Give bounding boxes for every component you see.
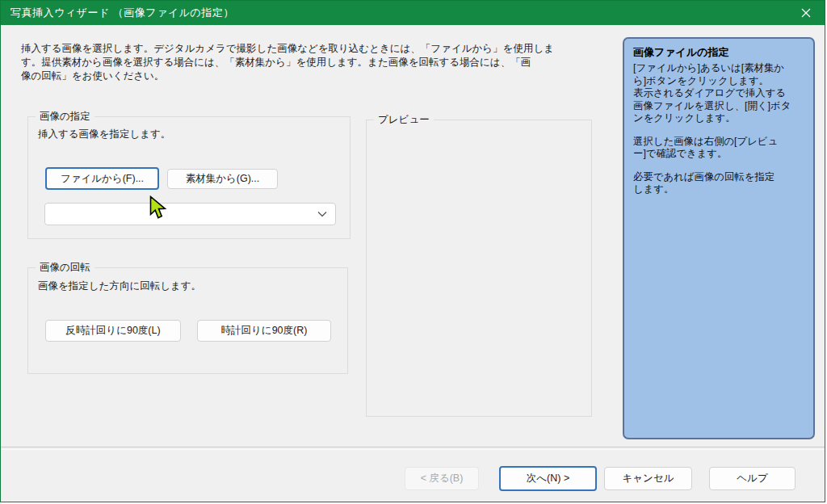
chevron-down-icon — [317, 211, 327, 217]
rotate-ccw-button[interactable]: 反時計回りに90度(L) — [45, 320, 181, 342]
close-button[interactable] — [787, 1, 825, 25]
image-select-group: 画像の指定 挿入する画像を指定します。 ファイルから(F)... 素材集から(G… — [27, 116, 351, 239]
window-title: 写真挿入ウィザード （画像ファイルの指定） — [1, 6, 234, 20]
help-paragraph: 選択した画像は右側の[プレビュ ー]で確認できます。 — [633, 136, 804, 161]
back-button: < 戻る(B) — [405, 467, 479, 490]
titlebar: 写真挿入ウィザード （画像ファイルの指定） — [1, 1, 825, 25]
wizard-dialog: 写真挿入ウィザード （画像ファイルの指定） 挿入する画像を選択します。デジタルカ… — [0, 0, 825, 502]
help-panel: 画像ファイルの指定 [ファイルから]あるいは[素材集か ら]ボタンをクリックしま… — [623, 37, 815, 439]
intro-text: 挿入する画像を選択します。デジタルカメラで撮影した画像などを取り込むときには、「… — [21, 42, 623, 83]
image-select-group-legend: 画像の指定 — [36, 110, 94, 124]
footer-separator — [1, 447, 825, 450]
from-file-button[interactable]: ファイルから(F)... — [45, 167, 159, 190]
next-button[interactable]: 次へ(N) > — [499, 466, 597, 491]
close-icon — [801, 8, 811, 18]
from-material-button[interactable]: 素材集から(G)... — [167, 169, 278, 189]
help-paragraph: [ファイルから]あるいは[素材集か ら]ボタンをクリックします。 表示されるダイ… — [633, 62, 804, 125]
help-button[interactable]: ヘルプ — [709, 467, 796, 490]
image-select-description: 挿入する画像を指定します。 — [38, 128, 170, 141]
rotate-cw-button[interactable]: 時計回りに90度(R) — [197, 320, 331, 342]
cancel-button[interactable]: キャンセル — [604, 467, 692, 490]
rotation-description: 画像を指定した方向に回転します。 — [38, 279, 201, 293]
help-panel-title: 画像ファイルの指定 — [633, 45, 804, 60]
preview-group-legend: プレビュー — [374, 113, 434, 127]
preview-group: プレビュー — [366, 120, 592, 417]
image-combobox[interactable] — [44, 203, 336, 225]
rotation-group: 画像の回転 画像を指定した方向に回転します。 反時計回りに90度(L) 時計回り… — [27, 267, 348, 374]
help-paragraph: 必要であれば画像の回転を指定 します。 — [633, 171, 804, 196]
rotation-group-legend: 画像の回転 — [36, 261, 94, 275]
